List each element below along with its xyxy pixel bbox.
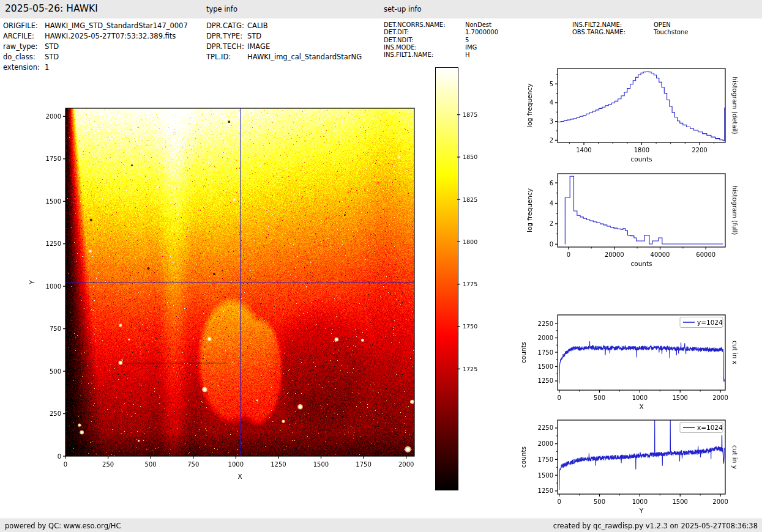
cut_x-right-title: cut in x xyxy=(731,341,739,364)
header-bar: 2025-05-26: HAWKI type info set-up info xyxy=(0,0,762,18)
footer-left-text: powered by QC: www.eso.org/HC xyxy=(5,522,121,530)
hist_full-x-tick-label: 40000 xyxy=(651,251,670,258)
colorbar xyxy=(435,67,458,490)
footer-right-text: created by qc_rawdisp.py v1.2.3 on 2025-… xyxy=(553,522,758,530)
cut_y-right-title: cut in y xyxy=(731,445,739,469)
meta-label: DPR.TYPE: xyxy=(206,32,242,40)
meta-label: do_class: xyxy=(3,53,35,61)
main-x-tick-label: 500 xyxy=(145,461,157,468)
colorbar-tick-label: 1875 xyxy=(463,111,477,118)
cut_y-x-tick-label: 2000 xyxy=(712,498,728,505)
cut_y-y-tick-label: 2000 xyxy=(538,440,553,447)
cut_x-y-tick-label: 2250 xyxy=(538,320,553,327)
hist_detail-y-tick-label: 3 xyxy=(550,118,553,125)
plot-cut_x: 050010001500200012501500175020002250Xcou… xyxy=(520,315,739,410)
main-x-tick-label: 1250 xyxy=(271,461,286,468)
meta-label: DPR.CATG: xyxy=(206,21,244,30)
cut_x-x-tick-label: 500 xyxy=(594,394,605,401)
meta-label: extension: xyxy=(3,63,40,72)
hist_detail-axes-frame xyxy=(558,68,725,142)
colorbar-ticks: 1875185018251800177517501725 xyxy=(457,111,477,372)
setup-info-heading: set-up info xyxy=(384,5,422,13)
hist_full-y-tick-label: 6 xyxy=(550,180,553,187)
hist_detail-data-line xyxy=(558,72,725,141)
cut_x-x-tick-label: 1000 xyxy=(632,394,648,401)
cut_y-axes-frame xyxy=(558,420,725,494)
plot-cut_y: 050010001500200012501500175020002250Ycou… xyxy=(520,420,739,514)
hist_detail-right-title: histogram (detail) xyxy=(731,76,739,134)
meta-label: TPL.ID: xyxy=(206,53,231,61)
cut_x-x-tick-label: 2000 xyxy=(712,394,728,401)
meta-row: ORIGFILE: HAWKI_IMG_STD_StandardStar147_… xyxy=(3,21,205,32)
main-y-axis-label: Y xyxy=(28,280,35,285)
cut_y-x-tick-label: 500 xyxy=(594,498,605,505)
plot-hist_full: 02000040000600000246countslog frequencyh… xyxy=(526,174,739,267)
cut_x-x-tick-label: 0 xyxy=(557,394,561,401)
main-y-tick-label: 500 xyxy=(50,368,61,375)
meta-label: OBS.TARG.NAME: xyxy=(572,29,626,35)
main-x-tick-label: 2000 xyxy=(398,461,414,468)
cut_x-x-axis-label: X xyxy=(639,403,643,410)
cut_x-data-line xyxy=(559,341,725,383)
hist_full-axes-frame xyxy=(558,174,725,247)
meta-value: HAWKI_img_cal_StandardStarNG xyxy=(247,53,362,61)
cut_x-y-tick-label: 1750 xyxy=(538,349,553,356)
meta-label: DET.DIT: xyxy=(384,29,409,35)
cut_x-axes-frame xyxy=(558,315,725,390)
type-info-heading: type info xyxy=(206,5,237,13)
cut_y-legend-label: x=1024 xyxy=(697,424,723,431)
cut_y-y-tick-label: 1250 xyxy=(538,487,553,494)
hist_full-right-title: histogram (full) xyxy=(731,186,739,235)
hist_detail-y-axis-label: log frequency xyxy=(526,83,533,127)
main-x-tick-label: 1750 xyxy=(356,461,371,468)
meta-label: DPR.TECH: xyxy=(206,42,244,51)
colorbar-tick-label: 1725 xyxy=(463,366,477,372)
meta-label: INS.FILT2.NAME: xyxy=(572,21,622,28)
cut_y-x-tick-label: 1500 xyxy=(673,498,688,505)
hist_detail-x-axis-label: counts xyxy=(630,155,652,163)
meta-value: IMG xyxy=(465,44,477,51)
meta-label: INS.MODE: xyxy=(384,44,417,51)
hist_detail-x-tick-label: 1400 xyxy=(576,147,591,153)
meta-value: 1.7000000 xyxy=(465,29,498,35)
meta-value: IMAGE xyxy=(247,42,270,51)
cut_x-y-axis-label: counts xyxy=(520,342,527,363)
qc-rawdisp-page: 2025-05-26: HAWKI type info set-up info … xyxy=(0,0,762,532)
meta-value: STD xyxy=(45,53,59,61)
colorbar-tick-label: 1825 xyxy=(463,196,477,203)
hist_detail-x-tick-label: 2200 xyxy=(692,147,707,153)
detector-image xyxy=(65,108,414,456)
main-x-axis-label: X xyxy=(237,473,242,480)
meta-value: Touchstone xyxy=(654,29,688,35)
meta-label: DET.NCORRS.NAME: xyxy=(384,21,446,28)
cut_y-x-axis-label: Y xyxy=(639,507,644,514)
hist_full-y-axis-label: log frequency xyxy=(526,188,533,232)
colorbar-tick-label: 1750 xyxy=(463,323,477,330)
meta-value: CALIB xyxy=(247,21,268,30)
main-x-tick-label: 1500 xyxy=(313,461,329,468)
cut_x-y-tick-label: 1250 xyxy=(538,377,553,384)
cut_x-legend-label: y=1024 xyxy=(697,319,723,326)
plot-hist_detail: 1400180022002345countslog frequencyhisto… xyxy=(526,68,739,163)
main-y-tick-label: 0 xyxy=(58,453,61,460)
meta-label: DET.NDIT: xyxy=(384,37,414,43)
meta-label: INS.FILT1.NAME: xyxy=(384,51,433,58)
meta-value: 1 xyxy=(45,63,49,72)
meta-label: ARCFILE: xyxy=(3,32,34,40)
cut_y-data-line xyxy=(559,420,725,490)
meta-value: NonDest xyxy=(465,21,491,28)
main-x-tick-label: 0 xyxy=(64,461,67,468)
hist_detail-y-tick-label: 2 xyxy=(550,137,553,144)
cut_y-y-tick-label: 1500 xyxy=(538,472,553,479)
cut_y-y-tick-label: 2250 xyxy=(538,424,553,431)
hist_detail-y-tick-label: 5 xyxy=(550,81,553,87)
meta-value: H xyxy=(465,51,470,58)
footer-bar: powered by QC: www.eso.org/HC created by… xyxy=(0,519,762,532)
cut_x-legend-box xyxy=(680,317,723,328)
meta-value: HAWKI.2025-05-27T07:53:32.389.fits xyxy=(45,32,176,40)
main-y-tick-label: 1250 xyxy=(46,240,61,247)
hist_full-data-line xyxy=(565,176,723,244)
main-y-tick-label: 750 xyxy=(50,325,61,332)
hist_detail-x-tick-label: 1800 xyxy=(634,147,649,153)
hist_detail-y-tick-label: 4 xyxy=(550,99,553,106)
